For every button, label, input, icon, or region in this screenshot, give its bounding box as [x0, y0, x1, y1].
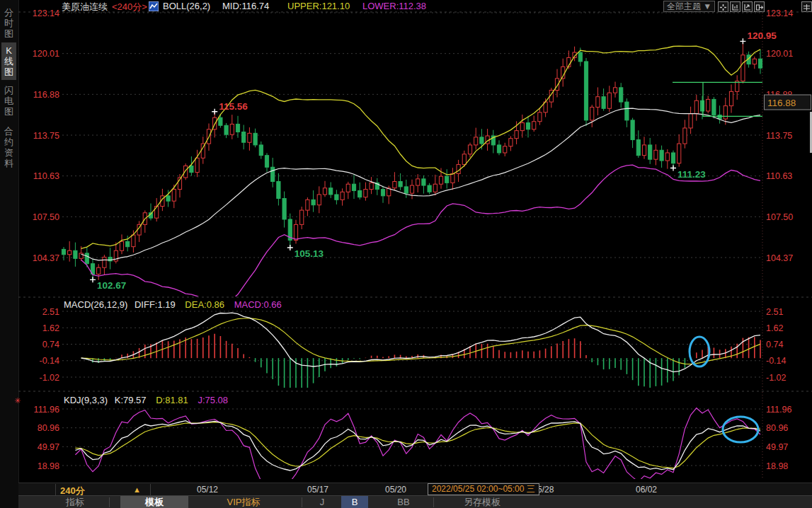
- chart-plot-area[interactable]: 123.14123.14120.01120.01116.88116.88113.…: [0, 0, 812, 483]
- date-label: 05/12: [197, 485, 218, 495]
- chart-app-window: 分时图 K线图 闪电图 合约资料 美原油连续 <240分> BOLL(26,2)…: [0, 0, 812, 508]
- candle-body: [712, 99, 716, 115]
- candle-body: [596, 97, 600, 108]
- timeline-bar: 240分 ▲ 05/1205/1705/205/2806/02 2022/05/…: [18, 483, 812, 496]
- candle-body: [433, 184, 437, 192]
- candlestick-series: [62, 41, 762, 279]
- macd-axis-label: -1.02: [766, 373, 787, 383]
- candle-body: [532, 122, 536, 129]
- candle-body: [753, 59, 756, 64]
- candle-body: [248, 133, 251, 142]
- candle-body: [253, 133, 257, 145]
- tab-bb[interactable]: BB: [387, 496, 421, 508]
- candle-body: [445, 176, 449, 183]
- candle-body: [526, 123, 530, 129]
- kdj-axis-label: 111.96: [34, 405, 59, 415]
- price-axis-label: 116.88: [33, 90, 59, 100]
- kdj-header[interactable]: KDJ(9,3,3) K:79.57 D:81.81 J:75.08: [64, 395, 228, 405]
- kdj-k-line: [75, 421, 760, 471]
- tab-indicators[interactable]: 指标: [50, 496, 101, 508]
- candle-body: [683, 128, 687, 144]
- candle-body: [219, 117, 222, 125]
- candle-body: [642, 145, 646, 156]
- price-axis-label: 123.14: [766, 8, 793, 18]
- macd-highlight-circle[interactable]: [690, 337, 709, 366]
- extreme-cross-marker: [670, 166, 676, 171]
- candle-body: [741, 55, 745, 81]
- candle-body: [462, 154, 466, 165]
- date-label: 05/17: [307, 485, 328, 495]
- price-axis-label: 104.37: [33, 253, 59, 263]
- candle-body: [195, 158, 199, 172]
- kdj-d-line: [75, 422, 760, 468]
- macd-label: MACD(26,12,9): [64, 299, 127, 310]
- tab-separator: [433, 497, 434, 507]
- price-rectangle-drawing[interactable]: [673, 82, 762, 116]
- candle-body: [352, 184, 355, 190]
- tab-b[interactable]: B: [341, 496, 368, 508]
- macd-header[interactable]: MACD(26,12,9) DIFF:1.19 DEA:0.86 MACD:0.…: [64, 299, 282, 310]
- candle-body: [671, 153, 675, 163]
- macd-axis-label: -0.14: [766, 356, 787, 366]
- kdj-axis-label: 80.96: [766, 423, 788, 433]
- tab-save-template[interactable]: 另存模板: [443, 496, 521, 508]
- candle-body: [346, 184, 350, 192]
- candle-body: [335, 195, 338, 200]
- candle-body: [602, 97, 605, 109]
- candle-body: [625, 102, 629, 120]
- kdj-j-value: J:75.08: [198, 395, 228, 405]
- macd-axis-label: 1.62: [766, 323, 783, 333]
- date-label: 06/02: [636, 485, 657, 495]
- candle-body: [370, 183, 373, 189]
- boll-upper-line: [81, 46, 760, 248]
- macd-dea-line: [81, 318, 760, 364]
- candle-body: [729, 91, 733, 105]
- kdj-axis-label: 111.96: [766, 405, 791, 415]
- kdj-label: KDJ(9,3,3): [64, 395, 108, 405]
- kdj-axis-label: 80.96: [38, 423, 59, 433]
- kdj-marker-icon[interactable]: ✳: [14, 396, 21, 405]
- extreme-price-label: 111.23: [677, 169, 706, 180]
- candle-body: [474, 137, 478, 145]
- price-axis-label: 110.63: [33, 171, 59, 181]
- date-label: 5/28: [537, 485, 554, 495]
- candle-body: [271, 167, 275, 181]
- candle-body: [451, 173, 454, 183]
- extreme-price-label: 105.13: [295, 248, 324, 259]
- candle-body: [631, 120, 634, 140]
- candle-body: [724, 106, 727, 119]
- extreme-cross-marker: [287, 245, 293, 250]
- current-price-value: 116.88: [767, 98, 796, 108]
- candle-body: [62, 249, 65, 254]
- kdj-j-line: [75, 408, 760, 483]
- candle-body: [126, 241, 130, 246]
- tab-vip-indicators[interactable]: VIP指标: [201, 496, 286, 508]
- candle-body: [718, 115, 721, 120]
- boll-lower-line: [81, 165, 760, 304]
- period-up-arrow-icon[interactable]: ▲: [133, 485, 141, 494]
- candle-body: [311, 200, 315, 204]
- candle-body: [341, 192, 344, 200]
- price-axis-label: 120.01: [766, 49, 793, 59]
- date-label: 05/20: [385, 485, 406, 495]
- candle-body: [677, 144, 681, 163]
- tab-j[interactable]: J: [311, 496, 333, 508]
- candle-body: [300, 210, 304, 224]
- extreme-price-label: 102.67: [97, 280, 126, 291]
- price-axis-label: 107.50: [766, 212, 793, 222]
- kdj-axis-label: 49.97: [38, 442, 59, 452]
- tab-separator: [302, 497, 302, 507]
- candle-body: [68, 250, 72, 255]
- candle-body: [323, 188, 326, 195]
- macd-diff-line: [81, 313, 760, 372]
- tab-templates[interactable]: 模板: [120, 496, 188, 508]
- price-axis-label: 120.01: [33, 49, 59, 59]
- candle-body: [707, 99, 710, 111]
- macd-value: MACD:0.66: [234, 299, 282, 310]
- price-axis-label: 113.75: [766, 131, 792, 141]
- candle-body: [74, 250, 77, 258]
- macd-dea-value: DEA:0.86: [185, 299, 224, 310]
- candle-body: [265, 156, 268, 168]
- extreme-price-label: 115.56: [219, 101, 248, 112]
- timeline-separator: [150, 484, 151, 495]
